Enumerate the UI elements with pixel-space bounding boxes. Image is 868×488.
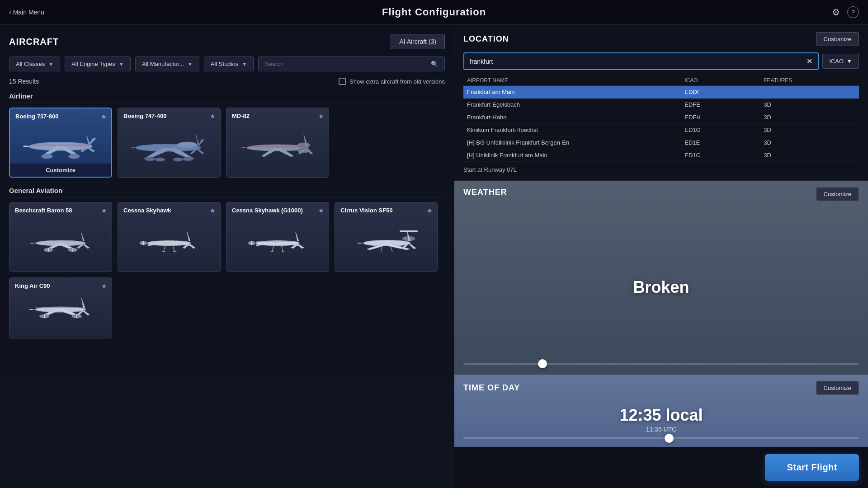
weather-content: WEATHER Customize Broken <box>454 181 868 375</box>
th-features: FEATURES <box>760 75 859 86</box>
location-search-box: ✕ <box>463 52 819 70</box>
svg-point-4 <box>177 142 197 148</box>
general-aviation-category: General Aviation Beechcraft Baron 58 ★ <box>9 187 445 338</box>
general-aviation-label: General Aviation <box>9 187 445 197</box>
studios-filter[interactable]: All Studios ▼ <box>204 56 254 71</box>
tod-slider-track <box>463 437 859 439</box>
tod-slider-container <box>463 433 859 439</box>
aircraft-baron58-svg <box>20 220 101 260</box>
aircraft-737-name: Boeing 737-800 <box>15 113 58 120</box>
airport-icao-cell: ED1C <box>681 149 760 162</box>
svg-line-22 <box>164 245 165 251</box>
airport-features-cell: 3D <box>760 149 859 162</box>
search-icon: 🔍 <box>431 61 438 67</box>
airport-row[interactable]: Frankfurt am Main EDDF <box>463 86 859 99</box>
airport-table: AIRPORT NAME ICAO FEATURES Frankfurt am … <box>463 75 859 162</box>
back-button[interactable]: ‹ Main Menu <box>9 9 44 16</box>
airport-row[interactable]: Frankfurt-Egelsbach EDFE 3D <box>463 99 859 111</box>
aircraft-card-md82[interactable]: MD-82 ★ <box>226 108 329 178</box>
manufacturer-chevron: ▼ <box>188 61 193 67</box>
aircraft-baron58-image <box>20 220 101 260</box>
airport-row[interactable]: Klinikum Frankfurt-Hoechst ED1G 3D <box>463 124 859 136</box>
aircraft-card-737[interactable]: Boeing 737-800 ★ <box>9 108 112 178</box>
weather-slider-thumb[interactable] <box>538 359 547 368</box>
tod-local-time: 12:35 local <box>463 406 859 425</box>
aircraft-747-image <box>128 125 210 166</box>
aircraft-card-skyhawk[interactable]: Cessna Skyhawk ★ <box>118 202 221 272</box>
search-box[interactable]: 🔍 <box>258 56 445 71</box>
airport-row[interactable]: Frankfurt-Hahn EDFH 3D <box>463 111 859 124</box>
aircraft-kingair-star[interactable]: ★ <box>101 282 107 290</box>
manufacturer-filter[interactable]: All Manufactur... ▼ <box>135 56 199 71</box>
weather-header: WEATHER Customize <box>463 187 859 201</box>
weather-slider-track <box>463 363 859 365</box>
aircraft-md82-svg <box>237 125 318 166</box>
show-extra-label[interactable]: Show extra aircraft from old versions <box>339 78 445 85</box>
show-extra-checkbox[interactable] <box>339 78 346 85</box>
airport-icao-cell: ED1E <box>681 136 760 149</box>
aircraft-grid-area: Airliner Boeing 737-800 ★ <box>9 92 445 479</box>
airport-row[interactable]: [H] Uniklinik Frankfurt am Main ED1C 3D <box>463 149 859 162</box>
aircraft-skyhawk-image <box>128 220 210 260</box>
airport-row[interactable]: [H] BG Unfallklinik Frankfurt Bergen-En … <box>463 136 859 149</box>
aircraft-737-star[interactable]: ★ <box>101 113 107 120</box>
time-of-day-section: TIME OF DAY Customize 12:35 local 11:35 … <box>454 375 868 447</box>
start-flight-container: Start Flight <box>454 447 868 488</box>
aircraft-skyhawk-name: Cessna Skyhawk <box>123 207 171 214</box>
settings-icon[interactable]: ⚙ <box>832 7 840 18</box>
airliner-category-label: Airliner <box>9 92 445 103</box>
aircraft-card-kingair[interactable]: King Air C90 ★ <box>9 277 112 338</box>
aircraft-title: AIRCRAFT <box>9 37 59 47</box>
aircraft-card-baron58[interactable]: Beechcraft Baron 58 ★ <box>9 202 112 272</box>
weather-customize-button[interactable]: Customize <box>816 187 859 201</box>
aircraft-skyhawk-g1000-star[interactable]: ★ <box>318 207 324 214</box>
aircraft-sf50-star[interactable]: ★ <box>427 207 433 214</box>
aircraft-skyhawk-g1000-svg <box>237 220 318 260</box>
tod-utc-time: 11:35 UTC <box>463 426 859 433</box>
svg-point-5 <box>145 157 155 161</box>
aircraft-md82-image <box>237 125 318 166</box>
aircraft-card-skyhawk-g1000[interactable]: Cessna Skyhawk (G1000) ★ <box>226 202 329 272</box>
svg-line-30 <box>281 245 283 251</box>
general-aviation-row: Beechcraft Baron 58 ★ <box>9 202 445 272</box>
svg-point-1 <box>42 154 52 159</box>
manufacturer-label: All Manufactur... <box>142 61 184 67</box>
aircraft-card-sf50[interactable]: Cirrus Vision SF50 ★ <box>335 202 438 272</box>
show-extra-text: Show extra aircraft from old versions <box>349 78 445 85</box>
header: ‹ Main Menu Flight Configuration ⚙ ? <box>0 0 868 25</box>
general-aviation-row2: King Air C90 ★ <box>9 277 445 338</box>
aircraft-737-image <box>20 125 101 165</box>
tod-slider-thumb[interactable] <box>665 434 674 443</box>
start-flight-button[interactable]: Start Flight <box>765 454 859 481</box>
search-input[interactable] <box>265 61 427 67</box>
airport-features-cell: 3D <box>760 136 859 149</box>
weather-status: Broken <box>463 212 859 363</box>
airliner-category: Airliner Boeing 737-800 ★ <box>9 92 445 178</box>
aircraft-md82-star[interactable]: ★ <box>318 113 324 120</box>
filters-row: All Classes ▼ All Engine Types ▼ All Man… <box>9 56 445 71</box>
main-container: AIRCRAFT AI Aircraft (3) All Classes ▼ A… <box>0 25 868 488</box>
clear-search-button[interactable]: ✕ <box>807 57 812 66</box>
aircraft-skyhawk-star[interactable]: ★ <box>210 207 216 214</box>
classes-filter[interactable]: All Classes ▼ <box>9 56 60 71</box>
help-icon[interactable]: ? <box>847 6 859 18</box>
tod-customize-button[interactable]: Customize <box>816 381 859 395</box>
aircraft-panel: AIRCRAFT AI Aircraft (3) All Classes ▼ A… <box>0 25 454 488</box>
engine-types-filter[interactable]: All Engine Types ▼ <box>65 56 131 71</box>
customize-overlay[interactable]: Customize <box>10 164 111 177</box>
aircraft-747-name: Boeing 747-400 <box>123 113 166 119</box>
aircraft-baron58-star[interactable]: ★ <box>101 207 107 214</box>
icao-dropdown[interactable]: ICAO ▼ <box>822 54 859 69</box>
weather-title: WEATHER <box>463 188 507 197</box>
aircraft-card-747[interactable]: Boeing 747-400 ★ <box>118 108 221 178</box>
aircraft-baron58-name: Beechcraft Baron 58 <box>15 207 72 214</box>
airport-features-cell: 3D <box>760 124 859 136</box>
location-search-input[interactable] <box>470 58 807 65</box>
back-icon: ‹ <box>9 9 11 16</box>
aircraft-747-star[interactable]: ★ <box>210 113 216 120</box>
location-customize-button[interactable]: Customize <box>816 32 859 46</box>
aircraft-747-svg <box>128 125 210 166</box>
ai-aircraft-button[interactable]: AI Aircraft (3) <box>391 34 445 49</box>
classes-label: All Classes <box>16 61 45 67</box>
airport-icao-cell: EDDF <box>681 86 760 99</box>
